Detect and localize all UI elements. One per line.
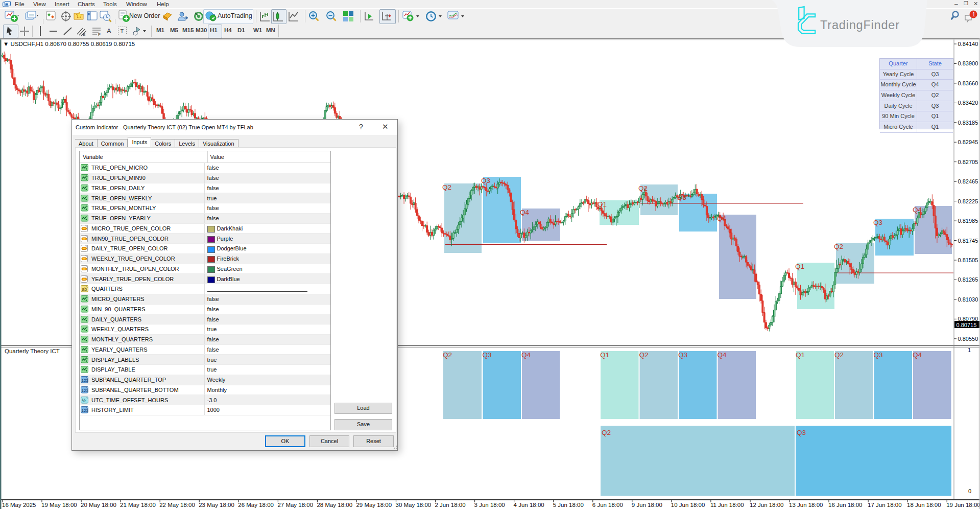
svg-text:21 May 18:00: 21 May 18:00 xyxy=(120,502,156,508)
svg-text:Q3: Q3 xyxy=(481,177,490,184)
svg-text:22 May 18:00: 22 May 18:00 xyxy=(159,502,195,508)
svg-text:2 Jun 18:00: 2 Jun 18:00 xyxy=(435,502,466,508)
svg-text:11 Jun 18:00: 11 Jun 18:00 xyxy=(710,502,744,508)
svg-text:29 May 18:00: 29 May 18:00 xyxy=(356,502,392,508)
svg-text:0.83185: 0.83185 xyxy=(958,120,978,126)
svg-text:Q1: Q1 xyxy=(600,351,609,359)
svg-text:26 May 18:00: 26 May 18:00 xyxy=(238,502,274,508)
svg-text:0.82945: 0.82945 xyxy=(958,139,978,145)
svg-text:Q2: Q2 xyxy=(834,243,843,250)
svg-text:Q4: Q4 xyxy=(913,351,922,359)
svg-text:27 May 18:00: 27 May 18:00 xyxy=(277,502,313,508)
svg-text:19 May 18:00: 19 May 18:00 xyxy=(41,502,77,508)
svg-text:0.84140: 0.84140 xyxy=(958,41,978,47)
svg-text:18 Jun 18:00: 18 Jun 18:00 xyxy=(907,502,941,508)
svg-text:1: 1 xyxy=(972,11,975,17)
svg-text:17 Jun 18:00: 17 Jun 18:00 xyxy=(868,502,902,508)
svg-text:Q1: Q1 xyxy=(796,351,805,359)
svg-text:Q2: Q2 xyxy=(442,183,451,191)
svg-text:Quarterly Theory ICT: Quarterly Theory ICT xyxy=(5,348,60,354)
svg-text:0.83420: 0.83420 xyxy=(958,100,978,106)
svg-text:Q3: Q3 xyxy=(874,351,883,359)
svg-text:4 Jun 18:00: 4 Jun 18:00 xyxy=(514,502,544,508)
svg-text:Q4: Q4 xyxy=(521,351,531,359)
svg-text:30 May 18:00: 30 May 18:00 xyxy=(396,502,432,508)
svg-text:Q3: Q3 xyxy=(677,194,686,201)
svg-text:23 May 18:00: 23 May 18:00 xyxy=(199,502,234,508)
svg-text:0.82465: 0.82465 xyxy=(958,178,978,184)
svg-text:0.80715: 0.80715 xyxy=(957,322,977,328)
svg-text:0.81505: 0.81505 xyxy=(958,257,978,263)
svg-text:0.81745: 0.81745 xyxy=(958,238,978,244)
svg-text:0.81265: 0.81265 xyxy=(958,276,978,283)
svg-text:Q4: Q4 xyxy=(718,351,727,359)
svg-text:½: ½ xyxy=(82,398,86,403)
svg-text:20 May 18:00: 20 May 18:00 xyxy=(81,502,116,508)
svg-text:1: 1 xyxy=(968,347,971,353)
svg-text:Q3: Q3 xyxy=(873,219,882,226)
svg-text:Q2: Q2 xyxy=(638,184,648,192)
svg-text:Q1: Q1 xyxy=(597,200,607,208)
svg-text:0.83900: 0.83900 xyxy=(958,60,978,66)
svg-text:16 May 2025: 16 May 2025 xyxy=(2,502,36,508)
svg-text:13 Jun 18:00: 13 Jun 18:00 xyxy=(789,502,823,508)
svg-text:28 May 18:00: 28 May 18:00 xyxy=(317,502,352,508)
svg-text:0: 0 xyxy=(968,488,971,494)
svg-text:6 Jun 18:00: 6 Jun 18:00 xyxy=(592,502,623,508)
svg-text:Q4: Q4 xyxy=(520,209,530,216)
svg-text:3 Jun 18:00: 3 Jun 18:00 xyxy=(474,502,505,508)
svg-text:▼ USDCHF,H1 0.80670 0.80755: ▼ USDCHF,H1 0.80670 0.80755 0.80619 0.80… xyxy=(3,41,135,47)
svg-text:10 Jun 18:00: 10 Jun 18:00 xyxy=(671,502,705,508)
svg-text:Q2: Q2 xyxy=(602,429,611,436)
svg-text:Q3: Q3 xyxy=(678,351,687,359)
svg-text:0.83660: 0.83660 xyxy=(958,80,978,86)
svg-text:Q1: Q1 xyxy=(795,263,804,270)
svg-text:123: 123 xyxy=(82,408,89,413)
svg-text:Q2: Q2 xyxy=(834,351,844,359)
svg-text:9 Jun 18:00: 9 Jun 18:00 xyxy=(632,502,662,508)
svg-text:Q2: Q2 xyxy=(639,351,649,359)
svg-text:ab: ab xyxy=(82,287,87,292)
svg-text:0.82225: 0.82225 xyxy=(958,198,978,204)
svg-text:16 Jun 18:00: 16 Jun 18:00 xyxy=(828,502,863,508)
svg-text:Q4: Q4 xyxy=(913,206,922,214)
svg-text:0.81985: 0.81985 xyxy=(958,218,978,224)
svg-text:19 Jun 18:00: 19 Jun 18:00 xyxy=(946,502,980,508)
svg-text:123: 123 xyxy=(82,378,89,383)
svg-text:Q3: Q3 xyxy=(797,429,806,436)
svg-text:0.80550: 0.80550 xyxy=(958,336,978,342)
svg-text:123: 123 xyxy=(82,388,89,392)
svg-text:5 Jun 18:00: 5 Jun 18:00 xyxy=(553,502,584,508)
svg-text:Q2: Q2 xyxy=(443,351,452,359)
svg-text:Q4: Q4 xyxy=(717,215,727,222)
svg-text:Q3: Q3 xyxy=(483,351,492,359)
svg-text:12 Jun 18:00: 12 Jun 18:00 xyxy=(750,502,784,508)
svg-text:0.82705: 0.82705 xyxy=(958,159,978,165)
svg-text:0.81030: 0.81030 xyxy=(958,296,978,303)
